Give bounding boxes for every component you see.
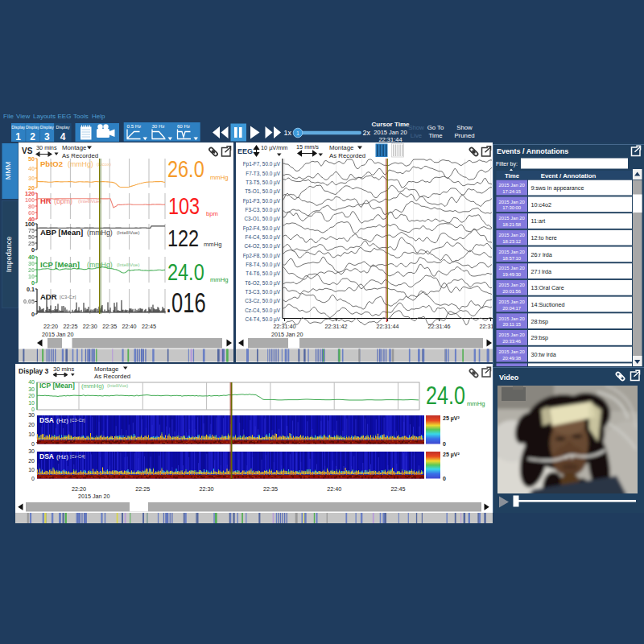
svg-text:0: 0 [31,441,35,447]
svg-text:mmHg: mmHg [204,241,221,248]
svg-text:Time: Time [428,132,442,139]
svg-text:ICP [Mean]: ICP [Mean] [40,260,80,269]
svg-text:2015 Jan 20: 2015 Jan 20 [42,331,74,338]
svg-text:2015 Jan 20: 2015 Jan 20 [498,316,525,321]
svg-text:22:31:44: 22:31:44 [377,323,399,330]
svg-text:24.0: 24.0 [426,381,465,409]
svg-text:0: 0 [443,441,446,447]
svg-text:0: 0 [31,246,35,254]
svg-text:ICP [Mean]: ICP [Mean] [39,382,75,390]
svg-text:18:21:58: 18:21:58 [502,222,522,227]
svg-text:2015 Jan 20: 2015 Jan 20 [498,266,525,270]
svg-text:(Licox): (Licox) [97,162,111,167]
svg-text:2x: 2x [363,129,371,137]
svg-text:12:to here: 12:to here [531,234,557,242]
svg-text:20:04:17: 20:04:17 [502,306,521,311]
svg-text:VS: VS [22,147,33,155]
svg-text:T3-T5, 50.0 µV: T3-T5, 50.0 µV [246,180,280,186]
svg-text:22:20: 22:20 [72,485,86,493]
svg-text:17:30:00: 17:30:00 [502,205,522,210]
svg-text:bpm: bpm [206,210,218,217]
svg-text:Live: Live [411,132,422,139]
svg-text:Tools: Tools [73,113,89,120]
svg-text:26:r lrda: 26:r lrda [531,251,552,258]
svg-text:30: 30 [28,412,35,418]
svg-text:Fp1-F7, 50.0 µV: Fp1-F7, 50.0 µV [243,161,281,167]
svg-text:2015 Jan 20: 2015 Jan 20 [271,331,303,338]
svg-text:EEG: EEG [237,147,253,155]
svg-text:DSA: DSA [39,452,54,460]
svg-text:20: 20 [28,393,35,398]
svg-text:11:art: 11:art [531,217,546,225]
svg-text:MMM: MMM [4,162,12,180]
svg-text:F8-T4, 50.0 µV: F8-T4, 50.0 µV [246,262,280,268]
svg-text:Go To: Go To [427,124,444,131]
svg-text:26.0: 26.0 [167,156,204,183]
svg-text:22:30: 22:30 [83,323,97,330]
svg-text:View: View [16,113,30,120]
svg-text:(Hz): (Hz) [56,417,68,424]
svg-text:29:bsp: 29:bsp [531,334,549,341]
svg-text:19:49:30: 19:49:30 [502,272,522,277]
svg-text:22:40: 22:40 [122,323,137,330]
svg-text:Display: Display [26,125,39,130]
svg-text:2015 Jan 20: 2015 Jan 20 [498,299,525,304]
svg-text:DSA: DSA [39,416,54,424]
svg-text:103: 103 [168,192,200,219]
svg-text:13:Oral Care: 13:Oral Care [531,284,564,291]
svg-text:30:tw lrda: 30:tw lrda [531,351,556,358]
svg-text:30: 30 [28,448,35,454]
svg-text:[Cz-C4]: [Cz-C4] [70,454,85,459]
svg-text:Montage: Montage [94,365,118,373]
svg-text:Pruned: Pruned [454,132,474,139]
svg-text:mmHg: mmHg [210,276,228,283]
svg-text:1x: 1x [284,129,292,137]
svg-text:22:25: 22:25 [63,323,77,330]
svg-text:.016: .016 [166,287,206,318]
svg-text:25 µV²: 25 µV² [443,452,460,458]
svg-text:T4-T6, 50.0 µV: T4-T6, 50.0 µV [246,270,280,277]
svg-text:0.1: 0.1 [27,286,35,293]
svg-text:Fp1-F3, 50.0 µV: Fp1-F3, 50.0 µV [243,198,281,204]
svg-text:20:49:38: 20:49:38 [502,356,522,361]
svg-text:2015 Jan 20: 2015 Jan 20 [498,283,525,287]
svg-text:2015 Jan 20: 2015 Jan 20 [498,233,525,237]
svg-text:F4-C4, 50.0 µV: F4-C4, 50.0 µV [246,234,281,241]
svg-text:(IntelliVue): (IntelliVue) [78,199,101,204]
svg-text:EEG: EEG [58,113,72,120]
svg-text:17:24:15: 17:24:15 [502,189,522,194]
svg-text:2015 Jan 20: 2015 Jan 20 [78,493,110,500]
svg-text:(IntelliVue): (IntelliVue) [117,262,139,267]
svg-text:Display: Display [11,125,25,130]
svg-text:20: 20 [28,458,35,464]
svg-text:40: 40 [28,379,35,385]
svg-text:(mmHg): (mmHg) [81,382,105,390]
svg-text:F3-C3, 50.0 µV: F3-C3, 50.0 µV [246,207,281,213]
svg-text:(IntelliVue): (IntelliVue) [117,230,139,235]
svg-text:Cursor Time: Cursor Time [372,121,411,128]
svg-text:30 Hz: 30 Hz [151,123,164,129]
svg-text:1: 1 [15,131,21,142]
svg-text:Help: Help [92,113,105,120]
svg-text:22:45: 22:45 [391,485,406,493]
svg-text:Montage: Montage [62,144,86,151]
svg-text:C3-O1, 50.0 µV: C3-O1, 50.0 µV [244,216,280,222]
svg-text:mmHg: mmHg [210,174,228,181]
svg-text:10 µV/mm: 10 µV/mm [261,144,287,151]
svg-text:22:20: 22:20 [43,323,58,330]
svg-text:(bpm): (bpm) [54,197,72,205]
svg-text:10: 10 [28,400,35,406]
svg-text:10: 10 [28,431,35,437]
svg-text:F7-T3, 50.0 µV: F7-T3, 50.0 µV [246,171,280,177]
svg-text:2015 Jan 20: 2015 Jan 20 [498,332,525,337]
svg-text:0: 0 [31,407,35,412]
svg-text:Fp2-F4, 50.0 µV: Fp2-F4, 50.0 µV [243,225,281,232]
svg-text:27:l lrda: 27:l lrda [531,268,552,275]
svg-text:Display: Display [40,125,54,130]
svg-text:25 µV²: 25 µV² [443,415,460,422]
svg-text:40: 40 [28,165,35,172]
svg-text:Event / Annotation: Event / Annotation [541,172,597,180]
svg-text:122: 122 [167,225,199,251]
svg-text:22:30: 22:30 [200,485,214,493]
svg-text:Show: Show [456,124,473,131]
